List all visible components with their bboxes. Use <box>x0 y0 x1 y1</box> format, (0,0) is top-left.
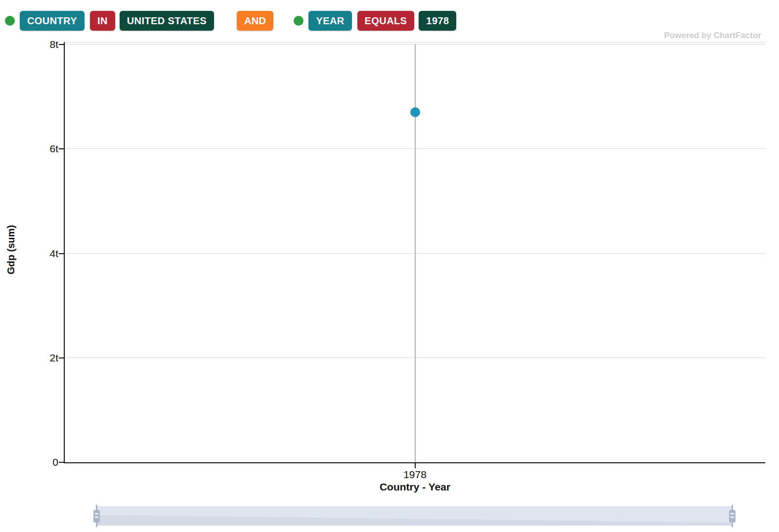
data-point-1978[interactable] <box>410 107 420 117</box>
filter-conjunction-and[interactable]: AND <box>237 11 274 31</box>
scatter-plot-area[interactable]: 0 2t 4t 6t 8t 1978 Country - Year <box>65 44 765 462</box>
filter-active-dot-icon <box>5 16 15 26</box>
filter-operator-in[interactable]: IN <box>90 11 115 31</box>
filter-value-united-states[interactable]: UNITED STATES <box>120 11 214 31</box>
filter-operator-equals[interactable]: EQUALS <box>357 11 415 31</box>
y-tick-mark <box>59 462 64 463</box>
y-tick-mark <box>59 253 64 254</box>
plot-top-border <box>65 42 765 43</box>
y-tick-label: 8t <box>49 39 58 50</box>
y-tick-mark <box>59 148 64 149</box>
y-tick-mark <box>59 357 64 358</box>
filter-field-country[interactable]: COUNTRY <box>20 11 85 31</box>
zoom-slider-shadow <box>96 506 733 526</box>
x-axis-title: Country - Year <box>380 481 450 493</box>
filter-bar: COUNTRY IN UNITED STATES AND YEAR EQUALS… <box>5 11 456 31</box>
y-axis-line <box>64 42 65 463</box>
y-tick-label: 4t <box>49 248 58 260</box>
y-tick-mark <box>59 44 64 45</box>
x-tick-mark <box>415 462 416 468</box>
zoom-slider-right-handle[interactable] <box>729 510 736 522</box>
y-tick-label: 6t <box>49 143 58 155</box>
filter-active-dot-icon <box>294 16 303 26</box>
chartfactor-app: COUNTRY IN UNITED STATES AND YEAR EQUALS… <box>0 0 779 532</box>
filter-value-1978[interactable]: 1978 <box>419 11 456 31</box>
y-axis-title: Gdp (sum) <box>5 225 17 274</box>
filter-field-year[interactable]: YEAR <box>308 11 351 31</box>
x-tick-label: 1978 <box>403 469 427 481</box>
y-tick-label: 2t <box>49 352 58 364</box>
zoom-slider-track[interactable] <box>96 506 733 526</box>
zoom-slider-left-handle[interactable] <box>93 510 100 522</box>
y-tick-label: 0 <box>52 456 58 468</box>
powered-by-chartfactor-watermark: Powered by ChartFactor <box>664 31 762 41</box>
